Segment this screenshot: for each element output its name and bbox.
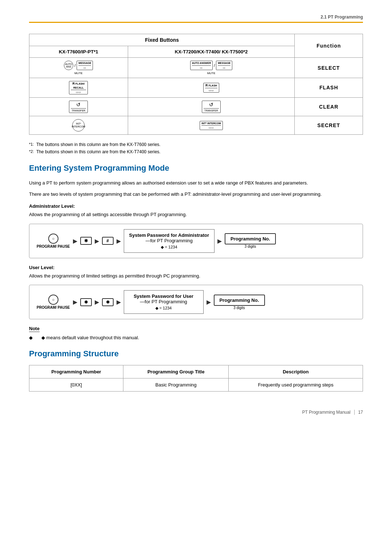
row4-col2: INT* INTERCOM ▭▭ [128, 116, 295, 135]
admin-prog-no: Programming No. 3 digits [225, 233, 276, 248]
note-bullet: ◆ [29, 335, 33, 340]
user-prog-label: PROGRAM/ PAUSE [37, 305, 70, 309]
autoans-icon-col1: AUTOANS [64, 61, 73, 70]
row1-col2: AUTO ANSWER ▭ / MESSAGE ▭ MUTE [128, 58, 295, 78]
footnote-2: *2: The buttons shown in this column are… [29, 149, 363, 154]
row2-col1: R FLASH/RECALL ▭▭ [29, 78, 128, 98]
row1-col1: AUTOANS / MESSAGE ▭ MUTE [29, 58, 128, 78]
select-icons-col1: AUTOANS / MESSAGE ▭ MUTE [34, 61, 123, 75]
footer-manual-label: PT Programming Manual [302, 410, 350, 415]
user-arrow2: ▶ [117, 299, 121, 305]
page-footer: PT Programming Manual 17 [29, 410, 363, 415]
slash-2: / [214, 63, 215, 68]
table-row: R FLASH/RECALL ▭▭ R FLASH ▭▭ [29, 78, 363, 98]
row4-col1: INT*INTERCOM [29, 116, 128, 135]
admin-arrow3: ▶ [117, 238, 121, 244]
message-icon-col2: MESSAGE ▭ [216, 61, 232, 70]
user-diagram-row: ○ PROGRAM/ PAUSE ▶ ✱ ▶ ✱ ▶ System Passwo… [37, 290, 355, 314]
intercom-rect-icon-col2: INT* INTERCOM ▭▭ [200, 121, 222, 130]
user-arrow3: ▶ [207, 299, 211, 305]
flash-recall-icon-col1: R FLASH/RECALL ▭▭ [69, 81, 88, 94]
footer-divider [354, 410, 355, 415]
autoanswer-icon-col2: AUTO ANSWER ▭ [190, 61, 213, 70]
row2-col2: R FLASH ▭▭ [128, 78, 295, 98]
fixed-buttons-table: Fixed Buttons Function KX-T7600/IP-PT*1 … [29, 34, 363, 135]
row3-col2: ↺ TRANSFER [128, 97, 295, 116]
admin-program-pause: ○ PROGRAM/ PAUSE [37, 234, 70, 248]
row2-function: FLASH [295, 78, 363, 98]
footnote-star-1: *1: [29, 142, 34, 146]
user-password-subtitle: —for PT Programming [129, 299, 198, 304]
admin-arrow1: ▶ [73, 238, 77, 244]
admin-password-subtitle: —for PT Programming [129, 238, 209, 243]
row3-col1: ↺ TRANSFER [29, 97, 128, 116]
prog-col1-header: Programming Number [29, 365, 123, 378]
admin-password-title: System Password for Administrator [129, 232, 209, 238]
footnote-2-text: The buttons shown in this column are fro… [36, 149, 160, 154]
function-col-header: Function [295, 34, 363, 58]
user-star-btn2: ✱ [102, 298, 114, 306]
note-text: ◆ means default value throughout this ma… [36, 335, 139, 340]
admin-prog-no-box: Programming No. [225, 233, 276, 244]
prog-table-row: [0XX] Basic Programming Frequently used … [29, 378, 363, 392]
prog-col2-header: Programming Group Title [123, 365, 229, 378]
table-row: INT*INTERCOM INT* INTERCOM ▭▭ SECRET [29, 116, 363, 135]
page-container: 2.1 PT Programming Fixed Buttons Functio… [0, 0, 392, 555]
user-circle-btn: ○ [48, 295, 58, 305]
select-icons-col2: AUTO ANSWER ▭ / MESSAGE ▭ MUTE [132, 61, 290, 74]
entering-body-2: There are two levels of system programmi… [29, 191, 363, 198]
admin-arrow4: ▶ [217, 238, 222, 244]
admin-level-body: Allows the programming of all settings a… [29, 211, 363, 219]
slash-1: / [74, 63, 75, 68]
programming-structure-heading: Programming Structure [29, 349, 363, 360]
transfer-icon-col1: ↺ TRANSFER [69, 101, 88, 113]
admin-password-box: System Password for Administrator —for P… [124, 229, 215, 253]
admin-star-btn: ✱ [80, 237, 92, 245]
note-title: Note [29, 326, 40, 332]
page-header: 2.1 PT Programming [29, 15, 363, 23]
message-icon-col1: MESSAGE ▭ [77, 61, 93, 70]
mute-label-col1: MUTE [74, 72, 83, 75]
user-diagram-box: ○ PROGRAM/ PAUSE ▶ ✱ ▶ ✱ ▶ System Passwo… [29, 285, 363, 319]
user-star-btn1: ✱ [80, 298, 92, 306]
flash-icon-col2: R FLASH ▭▭ [203, 83, 219, 93]
fixed-buttons-header: Fixed Buttons [29, 34, 295, 46]
admin-circle-btn: ○ [48, 234, 58, 244]
admin-arrow2: ▶ [95, 238, 99, 244]
admin-prog-label: PROGRAM/ PAUSE [37, 244, 70, 248]
admin-diamond-eq: ◆ = 1234 [129, 245, 209, 250]
table-row: AUTOANS / MESSAGE ▭ MUTE [29, 58, 363, 78]
user-prog-digits: 3 digits [233, 306, 245, 310]
admin-hash-btn: # [102, 237, 114, 245]
entering-body-1: Using a PT to perform system programming… [29, 179, 363, 187]
table-row: ↺ TRANSFER ↺ TRANSFER CLEAR [29, 97, 363, 116]
footer-page-number: 17 [358, 410, 363, 415]
user-password-box: System Password for User —for PT Program… [124, 290, 204, 314]
admin-diagram-row: ○ PROGRAM/ PAUSE ▶ ✱ ▶ # ▶ System Passwo… [37, 229, 355, 253]
note-section: Note ◆ ◆ means default value throughout … [29, 326, 363, 340]
admin-diagram-box: ○ PROGRAM/ PAUSE ▶ ✱ ▶ # ▶ System Passwo… [29, 224, 363, 258]
footnotes: *1: The buttons shown in this column are… [29, 142, 363, 154]
section-title: 2.1 PT Programming [320, 15, 363, 20]
user-level-heading: User Level: [29, 265, 363, 270]
admin-level-heading: Administrator Level: [29, 203, 363, 209]
col1-header: KX-T7600/IP-PT*1 [29, 46, 128, 58]
col2-header: KX-T7200/KX-T7400/ KX-T7500*2 [128, 46, 295, 58]
user-level-body: Allows the programming of limited settin… [29, 272, 363, 280]
user-prog-no: Programming No. 3 digits [214, 295, 265, 310]
user-prog-no-box: Programming No. [214, 295, 265, 306]
note-item: ◆ ◆ means default value throughout this … [29, 335, 363, 340]
prog-row1-desc: Frequently used programming steps [229, 378, 363, 392]
mute-label-col2: MUTE [207, 72, 216, 75]
entering-system-heading: Entering System Programming Mode [29, 163, 363, 174]
row3-function: CLEAR [295, 97, 363, 116]
row4-function: SECRET [295, 116, 363, 135]
intercom-round-icon-col1: INT*INTERCOM [72, 119, 85, 131]
user-program-pause: ○ PROGRAM/ PAUSE [37, 295, 70, 309]
user-password-title: System Password for User [129, 293, 198, 299]
transfer-icon-col2: ↺ TRANSFER [202, 101, 221, 113]
user-arrow-mid: ▶ [95, 299, 99, 305]
admin-prog-digits: 3 digits [245, 244, 256, 248]
user-diamond-eq: ◆ = 1234 [129, 306, 198, 311]
user-arrow1: ▶ [73, 299, 77, 305]
